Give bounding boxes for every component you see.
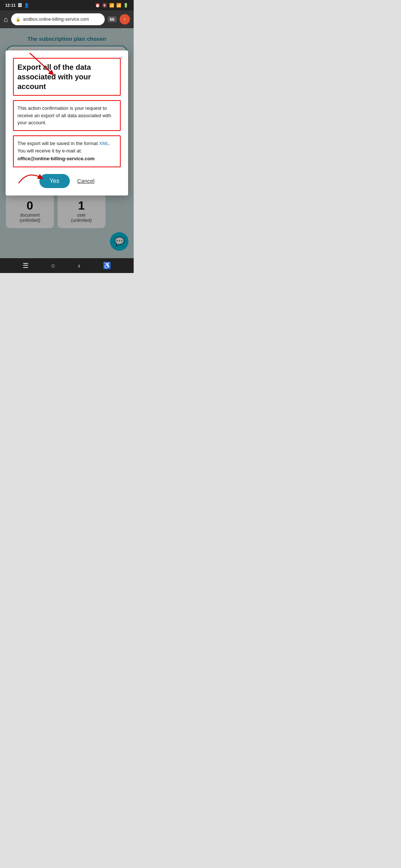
modal-info-line2: You will receive it by e-mail at:: [17, 148, 82, 154]
menu-icon[interactable]: ☰: [23, 262, 29, 270]
modal-info-period: .: [109, 141, 110, 146]
modal-close-button[interactable]: ×: [119, 54, 123, 62]
url-bar[interactable]: 🔒 andbox.online-billing-service.com: [11, 13, 105, 25]
modal-info-line1: The export will be saved in the format: [17, 141, 99, 146]
lock-icon: 🔒: [16, 17, 21, 22]
mute-icon: 🔇: [102, 3, 107, 8]
modal-info-box: The export will be saved in the format X…: [13, 135, 121, 167]
modal-title-box: Export all of the data associated with y…: [13, 58, 121, 96]
modal-actions: Yes Cancel: [13, 174, 121, 188]
page-background: The subscription plan chosen BASIC - 12 …: [0, 28, 134, 258]
status-left: 12:11 🖼 👤: [5, 3, 29, 8]
time-display: 12:11: [5, 3, 16, 7]
tab-count[interactable]: 66: [108, 16, 117, 22]
home-nav-icon[interactable]: ○: [51, 262, 55, 270]
url-text: andbox.online-billing-service.com: [23, 17, 100, 22]
xml-format-link[interactable]: XML: [99, 141, 109, 146]
back-icon[interactable]: ‹: [78, 262, 80, 270]
image-icon: 🖼: [18, 3, 22, 7]
status-right: ⏰ 🔇 📶 📶 🔋: [95, 3, 128, 8]
alarm-icon: ⏰: [95, 3, 100, 8]
accessibility-icon[interactable]: ♿: [103, 262, 111, 270]
modal-description-box: This action confirmation is your request…: [13, 100, 121, 131]
modal-overlay: × Export all of the data associated with…: [0, 28, 134, 258]
person-icon: 👤: [24, 3, 29, 8]
wifi-icon: 📶: [109, 3, 114, 8]
upload-icon[interactable]: ↑: [120, 14, 130, 24]
modal-info-text: The export will be saved in the format X…: [17, 140, 116, 163]
home-icon[interactable]: ⌂: [4, 15, 8, 24]
modal-title: Export all of the data associated with y…: [17, 62, 116, 91]
export-modal: × Export all of the data associated with…: [6, 50, 128, 195]
modal-cancel-button[interactable]: Cancel: [77, 178, 95, 184]
bottom-nav: ☰ ○ ‹ ♿: [0, 258, 134, 273]
modal-email: office@online-billing-service.com: [17, 156, 95, 161]
battery-icon: 🔋: [123, 3, 128, 8]
modal-yes-button[interactable]: Yes: [39, 174, 70, 188]
browser-nav-bar: ⌂ 🔒 andbox.online-billing-service.com 66…: [0, 10, 134, 28]
signal-icon: 📶: [116, 3, 121, 8]
status-bar: 12:11 🖼 👤 ⏰ 🔇 📶 📶 🔋: [0, 0, 134, 10]
modal-description: This action confirmation is your request…: [17, 105, 116, 126]
